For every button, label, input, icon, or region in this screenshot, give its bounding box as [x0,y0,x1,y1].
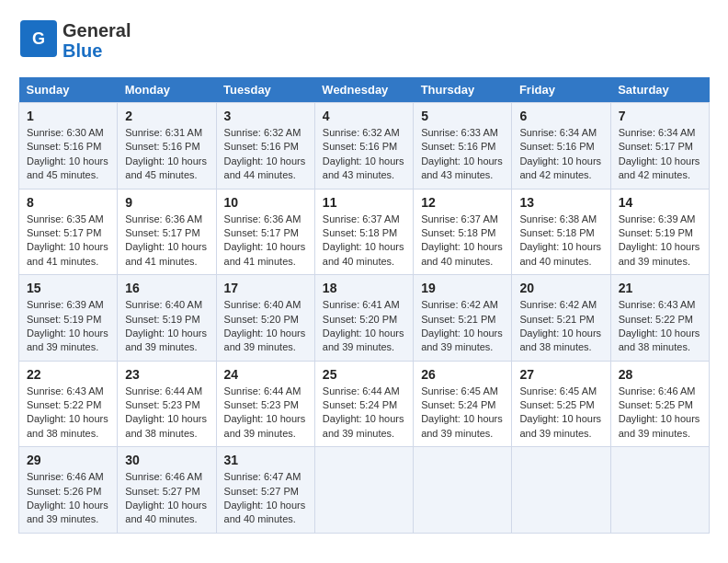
logo-text-blue: Blue [63,40,131,61]
day-info: Sunrise: 6:45 AMSunset: 5:24 PMDaylight:… [421,385,504,442]
svg-text:G: G [32,29,45,48]
day-info: Sunrise: 6:32 AMSunset: 5:16 PMDaylight:… [224,126,307,183]
day-number: 21 [619,281,701,295]
calendar-cell: 21 Sunrise: 6:43 AMSunset: 5:22 PMDaylig… [610,275,709,362]
day-number: 2 [125,109,208,123]
calendar-cell: 26 Sunrise: 6:45 AMSunset: 5:24 PMDaylig… [414,361,512,447]
day-number: 17 [224,281,307,295]
calendar-cell: 4 Sunrise: 6:32 AMSunset: 5:16 PMDayligh… [314,103,413,190]
day-header-sunday: Sunday [19,77,118,103]
day-info: Sunrise: 6:38 AMSunset: 5:18 PMDaylight:… [519,213,602,270]
day-info: Sunrise: 6:42 AMSunset: 5:21 PMDaylight:… [519,298,602,355]
day-number: 14 [619,195,701,210]
calendar-cell [610,447,709,534]
calendar-cell: 20 Sunrise: 6:42 AMSunset: 5:21 PMDaylig… [512,275,610,362]
calendar-cell [314,447,413,534]
calendar-cell: 29 Sunrise: 6:46 AMSunset: 5:26 PMDaylig… [19,447,118,534]
calendar-cell: 18 Sunrise: 6:41 AMSunset: 5:20 PMDaylig… [314,275,413,362]
calendar-cell: 6 Sunrise: 6:34 AMSunset: 5:16 PMDayligh… [512,103,610,190]
calendar-cell: 24 Sunrise: 6:44 AMSunset: 5:23 PMDaylig… [216,361,314,447]
day-number: 19 [421,281,504,295]
day-number: 18 [323,281,405,295]
day-number: 13 [519,195,602,210]
day-info: Sunrise: 6:44 AMSunset: 5:24 PMDaylight:… [323,385,405,442]
day-info: Sunrise: 6:46 AMSunset: 5:26 PMDaylight:… [27,470,109,527]
day-info: Sunrise: 6:40 AMSunset: 5:19 PMDaylight:… [125,298,208,355]
day-header-wednesday: Wednesday [314,77,413,103]
page-header: G General Blue [18,18,710,63]
calendar-cell: 14 Sunrise: 6:39 AMSunset: 5:19 PMDaylig… [610,189,709,275]
day-info: Sunrise: 6:33 AMSunset: 5:16 PMDaylight:… [421,126,504,183]
day-info: Sunrise: 6:34 AMSunset: 5:16 PMDaylight:… [519,126,602,183]
calendar-week-row: 29 Sunrise: 6:46 AMSunset: 5:26 PMDaylig… [19,447,710,534]
calendar-cell: 11 Sunrise: 6:37 AMSunset: 5:18 PMDaylig… [314,189,413,275]
calendar-cell: 7 Sunrise: 6:34 AMSunset: 5:17 PMDayligh… [610,103,709,190]
calendar-week-row: 1 Sunrise: 6:30 AMSunset: 5:16 PMDayligh… [19,103,710,190]
day-info: Sunrise: 6:39 AMSunset: 5:19 PMDaylight:… [27,298,109,355]
day-info: Sunrise: 6:47 AMSunset: 5:27 PMDaylight:… [224,470,307,527]
logo-icon: G [18,18,59,63]
day-number: 4 [323,109,405,123]
calendar-cell: 5 Sunrise: 6:33 AMSunset: 5:16 PMDayligh… [414,103,512,190]
day-number: 9 [125,195,208,210]
day-number: 20 [519,281,602,295]
calendar-week-row: 8 Sunrise: 6:35 AMSunset: 5:17 PMDayligh… [19,189,710,275]
calendar-cell: 31 Sunrise: 6:47 AMSunset: 5:27 PMDaylig… [216,447,314,534]
calendar-cell: 27 Sunrise: 6:45 AMSunset: 5:25 PMDaylig… [512,361,610,447]
calendar-cell: 3 Sunrise: 6:32 AMSunset: 5:16 PMDayligh… [216,103,314,190]
calendar-cell: 2 Sunrise: 6:31 AMSunset: 5:16 PMDayligh… [118,103,216,190]
day-number: 3 [224,109,307,123]
day-number: 25 [323,367,405,382]
calendar-cell: 25 Sunrise: 6:44 AMSunset: 5:24 PMDaylig… [314,361,413,447]
day-info: Sunrise: 6:34 AMSunset: 5:17 PMDaylight:… [619,126,701,183]
calendar-cell: 8 Sunrise: 6:35 AMSunset: 5:17 PMDayligh… [19,189,118,275]
day-info: Sunrise: 6:43 AMSunset: 5:22 PMDaylight:… [27,385,109,442]
day-header-saturday: Saturday [610,77,709,103]
day-header-friday: Friday [512,77,610,103]
calendar-cell: 9 Sunrise: 6:36 AMSunset: 5:17 PMDayligh… [118,189,216,275]
day-number: 16 [125,281,208,295]
calendar-cell: 13 Sunrise: 6:38 AMSunset: 5:18 PMDaylig… [512,189,610,275]
day-info: Sunrise: 6:41 AMSunset: 5:20 PMDaylight:… [323,298,405,355]
calendar-cell: 30 Sunrise: 6:46 AMSunset: 5:27 PMDaylig… [118,447,216,534]
day-number: 7 [619,109,701,123]
day-info: Sunrise: 6:36 AMSunset: 5:17 PMDaylight:… [125,213,208,270]
calendar-header-row: SundayMondayTuesdayWednesdayThursdayFrid… [19,77,710,103]
day-info: Sunrise: 6:43 AMSunset: 5:22 PMDaylight:… [619,298,701,355]
calendar-cell: 15 Sunrise: 6:39 AMSunset: 5:19 PMDaylig… [19,275,118,362]
day-info: Sunrise: 6:36 AMSunset: 5:17 PMDaylight:… [224,213,307,270]
calendar-cell [512,447,610,534]
day-info: Sunrise: 6:45 AMSunset: 5:25 PMDaylight:… [519,385,602,442]
day-info: Sunrise: 6:40 AMSunset: 5:20 PMDaylight:… [224,298,307,355]
calendar-table: SundayMondayTuesdayWednesdayThursdayFrid… [18,77,710,534]
day-info: Sunrise: 6:32 AMSunset: 5:16 PMDaylight:… [323,126,405,183]
day-number: 30 [125,453,208,467]
calendar-cell: 10 Sunrise: 6:36 AMSunset: 5:17 PMDaylig… [216,189,314,275]
calendar-cell: 22 Sunrise: 6:43 AMSunset: 5:22 PMDaylig… [19,361,118,447]
day-info: Sunrise: 6:37 AMSunset: 5:18 PMDaylight:… [421,213,504,270]
day-number: 27 [519,367,602,382]
calendar-cell: 1 Sunrise: 6:30 AMSunset: 5:16 PMDayligh… [19,103,118,190]
day-number: 15 [27,281,109,295]
day-number: 29 [27,453,109,467]
day-info: Sunrise: 6:39 AMSunset: 5:19 PMDaylight:… [619,213,701,270]
logo-text-general: General [63,20,131,40]
day-number: 8 [27,195,109,210]
day-info: Sunrise: 6:42 AMSunset: 5:21 PMDaylight:… [421,298,504,355]
day-header-tuesday: Tuesday [216,77,314,103]
calendar-cell: 23 Sunrise: 6:44 AMSunset: 5:23 PMDaylig… [118,361,216,447]
day-number: 12 [421,195,504,210]
calendar-cell: 28 Sunrise: 6:46 AMSunset: 5:25 PMDaylig… [610,361,709,447]
calendar-cell: 17 Sunrise: 6:40 AMSunset: 5:20 PMDaylig… [216,275,314,362]
day-info: Sunrise: 6:31 AMSunset: 5:16 PMDaylight:… [125,126,208,183]
calendar-cell: 12 Sunrise: 6:37 AMSunset: 5:18 PMDaylig… [414,189,512,275]
day-number: 5 [421,109,504,123]
day-number: 22 [27,367,109,382]
day-info: Sunrise: 6:46 AMSunset: 5:25 PMDaylight:… [619,385,701,442]
calendar-week-row: 22 Sunrise: 6:43 AMSunset: 5:22 PMDaylig… [19,361,710,447]
day-number: 24 [224,367,307,382]
day-info: Sunrise: 6:35 AMSunset: 5:17 PMDaylight:… [27,213,109,270]
calendar-cell: 16 Sunrise: 6:40 AMSunset: 5:19 PMDaylig… [118,275,216,362]
day-info: Sunrise: 6:46 AMSunset: 5:27 PMDaylight:… [125,470,208,527]
day-header-thursday: Thursday [414,77,512,103]
